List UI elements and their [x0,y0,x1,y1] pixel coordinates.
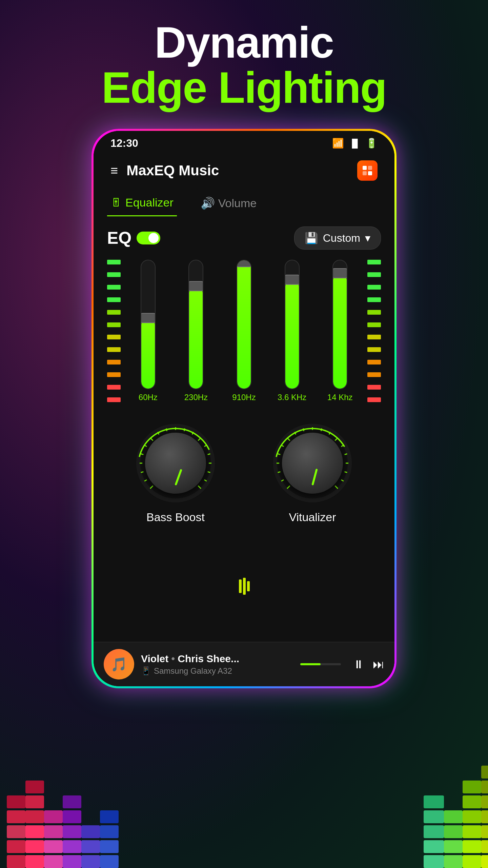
slider-fill-60hz [141,318,155,389]
bar-col-4 [63,795,81,868]
svg-line-27 [278,472,281,472]
slider-label-910hz: 910Hz [232,393,256,402]
slider-3khz[interactable]: 3.6 KHz [271,260,313,402]
battery-icon: 🔋 [366,138,378,149]
title-section: Dynamic Edge Lighting [0,20,488,111]
svg-line-23 [198,486,201,488]
app-title: MaxEQ Music [126,162,219,179]
bass-boost-knob[interactable] [135,422,216,504]
slider-thumb-230hz[interactable] [188,281,203,291]
virtualizer-label: Vitualizer [289,511,336,524]
signal-icon: ▐▌ [349,139,361,148]
equalizer-icon: 🎚 [110,196,122,209]
preset-button[interactable]: 💾 Custom ▾ [294,226,381,250]
vu-meter-right [367,260,381,402]
now-playing-bar: 🎵 Violet • Chris Shee... 📱 Samsung Galax… [94,642,394,686]
slider-thumb-60hz[interactable] [141,313,156,323]
knobs-row: Bass Boost [107,412,381,531]
svg-line-7 [141,472,144,472]
slider-230hz[interactable]: 230Hz [176,260,217,402]
bar-col-10 [481,766,488,868]
pause-icon[interactable]: ⏸ [353,658,364,671]
svg-rect-0 [363,166,367,170]
eq-header: EQ 💾 Custom ▾ [107,226,381,250]
svg-line-39 [345,454,347,455]
status-bar: 12:30 📶 ▐▌ 🔋 [94,131,394,154]
np-controls: ⏸ ⏭ [297,658,384,671]
svg-line-19 [208,454,210,455]
slider-thumb-14khz[interactable] [332,268,347,278]
np-progress-bar[interactable] [300,663,341,665]
knob-body-bass [145,433,206,494]
menu-icon[interactable]: ≡ [110,163,118,178]
svg-line-43 [335,486,338,488]
bar-col-3 [44,810,63,868]
np-device: 📱 Samsung Galaxy A32 [141,666,290,676]
slider-fill-910hz [237,260,251,389]
title-line1: Dynamic [0,20,488,64]
slider-track-14khz[interactable] [332,260,347,389]
svg-line-26 [281,480,284,481]
slider-60hz[interactable]: 60Hz [127,260,169,402]
eq-label: EQ [107,228,131,248]
phone-outer-border: 12:30 📶 ▐▌ 🔋 ≡ MaxEQ Music [92,129,396,688]
bass-boost-label: Bass Boost [146,511,205,524]
bar-col-7 [424,795,444,868]
virtualizer-knob[interactable] [272,422,353,504]
svg-line-5 [150,486,153,488]
save-icon: 💾 [305,232,318,244]
tab-equalizer[interactable]: 🎚 Equalizer [107,191,177,216]
bar-col-6 [100,810,119,868]
next-icon[interactable]: ⏭ [373,658,384,671]
volume-icon: 🔊 [201,196,215,210]
status-time: 12:30 [110,137,138,150]
app-header: ≡ MaxEQ Music [94,154,394,188]
svg-line-42 [341,480,344,481]
device-icon: 📱 [141,666,151,676]
svg-rect-45 [243,578,246,595]
eq-section: EQ 💾 Custom ▾ [94,216,394,642]
knob-indicator-virt [311,469,318,486]
svg-rect-3 [368,171,372,175]
np-info: Violet • Chris Shee... 📱 Samsung Galaxy … [141,653,290,676]
bass-boost-knob-wrap: Bass Boost [135,422,216,524]
bar-col-2 [25,781,44,868]
preset-label: Custom [323,232,360,244]
svg-line-6 [144,480,147,481]
np-song-title: Violet • Chris Shee... [141,653,290,665]
slider-track-910hz[interactable] [237,260,251,389]
bar-col-5 [81,825,100,868]
eq-toggle-row: EQ [107,228,160,248]
svg-rect-1 [368,166,372,170]
vu-meter-left [107,260,121,402]
slider-label-14khz: 14 Khz [327,393,353,402]
slider-fill-3khz [285,280,299,389]
chevron-down-icon: ▾ [365,232,370,244]
tab-bar: 🎚 Equalizer 🔊 Volume [94,188,394,216]
eq-sliders-area: 60Hz 230Hz [107,260,381,402]
svg-rect-2 [363,171,367,175]
waveform-area [107,541,381,632]
slider-thumb-3khz[interactable] [285,275,300,285]
slider-track-3khz[interactable] [285,260,300,389]
bar-col-8 [444,810,463,868]
waveform-svg [176,576,312,596]
svg-line-9 [141,454,144,455]
bar-col-1 [7,795,25,868]
phone-frame: 12:30 📶 ▐▌ 🔋 ≡ MaxEQ Music [92,129,396,688]
svg-line-22 [204,480,207,481]
virtualizer-knob-wrap: Vitualizer [272,422,353,524]
slider-track-60hz[interactable] [141,260,156,389]
app-logo [357,160,378,181]
slider-thumb-910hz[interactable] [237,260,251,267]
slider-14khz[interactable]: 14 Khz [319,260,361,402]
eq-toggle[interactable] [137,232,160,244]
slider-910hz[interactable]: 910Hz [223,260,265,402]
tab-volume[interactable]: 🔊 Volume [197,191,260,216]
svg-line-25 [287,486,290,488]
svg-rect-44 [239,579,242,593]
slider-label-60hz: 60Hz [139,393,158,402]
bar-col-9 [463,781,481,868]
slider-track-230hz[interactable] [188,260,203,389]
slider-label-230hz: 230Hz [184,393,208,402]
